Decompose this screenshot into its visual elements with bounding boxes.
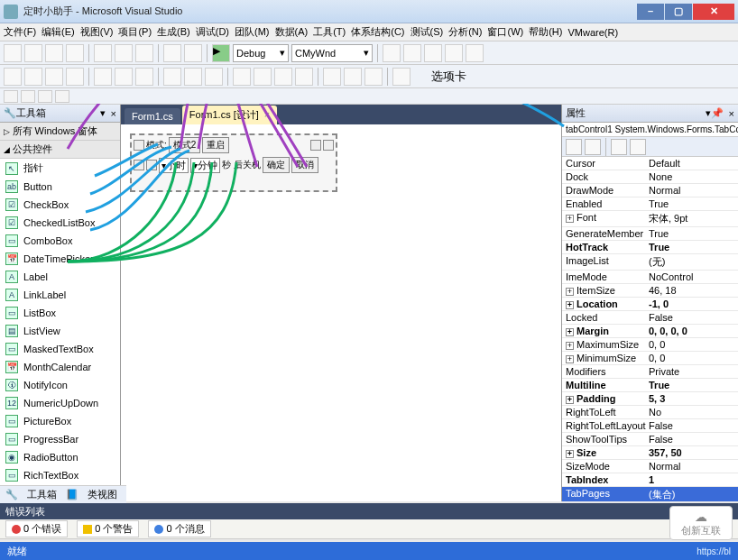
lt-sp1[interactable]	[233, 68, 251, 86]
tbx-item-datetimepicker[interactable]: 📅DateTimePicker	[0, 250, 120, 268]
tb-misc3[interactable]	[424, 44, 442, 62]
tb-save[interactable]	[45, 44, 63, 62]
expand-icon[interactable]: +	[566, 215, 574, 223]
cancel-button[interactable]: 取消	[291, 157, 318, 173]
menu-arch[interactable]: 体系结构(C)	[351, 25, 404, 39]
lt-size-h[interactable]	[184, 68, 202, 86]
lt-sp2[interactable]	[254, 68, 272, 86]
expand-icon[interactable]: +	[566, 355, 574, 363]
tbx-item-checkedlistbox[interactable]: ☑CheckedListBox	[0, 214, 120, 232]
lt-sp6[interactable]	[344, 68, 362, 86]
menu-edit[interactable]: 编辑(E)	[42, 25, 75, 39]
menu-analyze[interactable]: 分析(N)	[448, 25, 482, 39]
tbx-item-richtextbox[interactable]: ▭RichTextBox	[0, 466, 120, 484]
prop-cursor[interactable]: CursorDefault	[562, 157, 738, 170]
prop-modifiers[interactable]: ModifiersPrivate	[562, 365, 738, 379]
prop-maximumsize[interactable]: +MaximumSize0, 0	[562, 338, 738, 352]
expand-icon[interactable]: +	[566, 301, 574, 309]
expand-icon[interactable]: +	[566, 342, 574, 350]
tb-new[interactable]	[4, 44, 22, 62]
menu-help[interactable]: 帮助(H)	[529, 25, 562, 39]
bt-classview[interactable]: 类视图	[84, 486, 121, 503]
tb-saveall[interactable]	[66, 44, 84, 62]
prop-location[interactable]: +Location-1, 0	[562, 298, 738, 311]
tbx-item-picturebox[interactable]: ▭PictureBox	[0, 412, 120, 430]
prop-showtooltips[interactable]: ShowToolTipsFalse	[562, 433, 738, 446]
lt-sp7[interactable]	[364, 68, 383, 86]
az-icon[interactable]	[585, 139, 601, 155]
tb-paste[interactable]	[135, 44, 153, 62]
tbx-item-button[interactable]: abButton	[0, 178, 120, 196]
tb-cut[interactable]	[94, 44, 112, 62]
menu-debug[interactable]: 调试(D)	[196, 25, 229, 39]
menu-team[interactable]: 团队(M)	[235, 25, 270, 39]
tbx-group-all[interactable]: 所有 Windows 窗体	[0, 123, 120, 141]
expand-icon[interactable]: +	[566, 288, 574, 296]
tb-config-drop[interactable]: Debug▾	[233, 44, 289, 62]
prop-minimumsize[interactable]: +MinimumSize0, 0	[562, 352, 738, 365]
minimize-button[interactable]: –	[637, 4, 664, 20]
prop-locked[interactable]: LockedFalse	[562, 311, 738, 325]
tb-copy[interactable]	[115, 44, 133, 62]
ok-button[interactable]: 确定	[263, 157, 290, 173]
close-icon[interactable]: ×	[264, 109, 270, 120]
lt-align-t[interactable]	[94, 68, 112, 86]
menu-tools[interactable]: 工具(T)	[313, 25, 346, 39]
menu-vmware[interactable]: VMware(R)	[567, 27, 618, 38]
design-surface[interactable]: 模式: 模式2 重启 ▾小时 ▾分钟 秒 后关机 确定 取消	[121, 124, 561, 501]
lt-align-r[interactable]	[66, 68, 84, 86]
close-button[interactable]: ✕	[693, 4, 734, 20]
handle-icon[interactable]	[310, 140, 321, 151]
props-icon[interactable]	[611, 139, 627, 155]
menu-file[interactable]: 文件(F)	[4, 25, 36, 39]
prop-righttoleftlayout[interactable]: RightToLeftLayoutFalse	[562, 419, 738, 433]
minute-drop[interactable]: ▾分钟	[190, 158, 220, 173]
tbx-item-label[interactable]: ALabel	[0, 268, 120, 286]
maximize-button[interactable]: ▢	[665, 4, 692, 20]
tb-misc2[interactable]	[403, 44, 421, 62]
tb-redo[interactable]	[184, 44, 202, 62]
pin-icon[interactable]: ▾📌	[706, 107, 724, 119]
pin-icon[interactable]: ▾	[100, 107, 106, 119]
menu-view[interactable]: 视图(V)	[80, 25, 114, 39]
mode2-button[interactable]: 模式2	[169, 137, 201, 153]
bt-toolbox[interactable]: 工具箱	[23, 486, 60, 503]
tb-misc5[interactable]	[466, 44, 484, 62]
lt-tab[interactable]	[392, 68, 411, 86]
menu-window[interactable]: 窗口(W)	[487, 25, 523, 39]
tbx-item-radiobutton[interactable]: ◉RadioButton	[0, 448, 120, 466]
lt-size-w[interactable]	[163, 68, 181, 86]
lt-size-b[interactable]	[205, 68, 223, 86]
tb-undo[interactable]	[163, 44, 181, 62]
prop-generatemember[interactable]: GenerateMemberTrue	[562, 227, 738, 241]
menu-build[interactable]: 生成(B)	[157, 25, 190, 39]
toolbox-list[interactable]: ↖指针abButton☑CheckBox☑CheckedListBox▭Comb…	[0, 159, 120, 501]
prop-font[interactable]: +Font宋体, 9pt	[562, 211, 738, 227]
cat-icon[interactable]	[566, 139, 582, 155]
prop-hottrack[interactable]: HotTrackTrue	[562, 241, 738, 254]
chip-errors[interactable]: 0 个错误	[5, 520, 68, 537]
tbx-item-progressbar[interactable]: ▭ProgressBar	[0, 430, 120, 448]
prop-tabpages[interactable]: TabPages(集合)	[562, 487, 738, 501]
tb-platform-drop[interactable]: CMyWnd▾	[291, 44, 373, 62]
tbx-item-指针[interactable]: ↖指针	[0, 159, 120, 178]
dt-1[interactable]	[4, 90, 18, 103]
close-icon[interactable]: ×	[729, 108, 734, 119]
tbx-item-combobox[interactable]: ▭ComboBox	[0, 232, 120, 250]
tb-open[interactable]	[24, 44, 42, 62]
lt-sp5[interactable]	[323, 68, 341, 86]
prop-sizemode[interactable]: SizeModeNormal	[562, 460, 738, 473]
tb-misc4[interactable]	[445, 44, 463, 62]
handle-icon[interactable]	[323, 140, 334, 151]
tbx-item-listview[interactable]: ▤ListView	[0, 322, 120, 340]
close-icon[interactable]: ×	[111, 108, 116, 119]
hour-drop[interactable]: ▾小时	[159, 158, 189, 173]
restart-button[interactable]: 重启	[202, 137, 229, 153]
chip-warnings[interactable]: 0 个警告	[77, 520, 139, 537]
tbx-item-linklabel[interactable]: ALinkLabel	[0, 286, 120, 304]
prop-multiline[interactable]: MultilineTrue	[562, 379, 738, 392]
lt-align-c[interactable]	[45, 68, 63, 86]
tbx-item-checkbox[interactable]: ☑CheckBox	[0, 196, 120, 214]
prop-imemode[interactable]: ImeModeNoControl	[562, 271, 738, 284]
tbx-item-maskedtextbox[interactable]: ▭MaskedTextBox	[0, 340, 120, 358]
